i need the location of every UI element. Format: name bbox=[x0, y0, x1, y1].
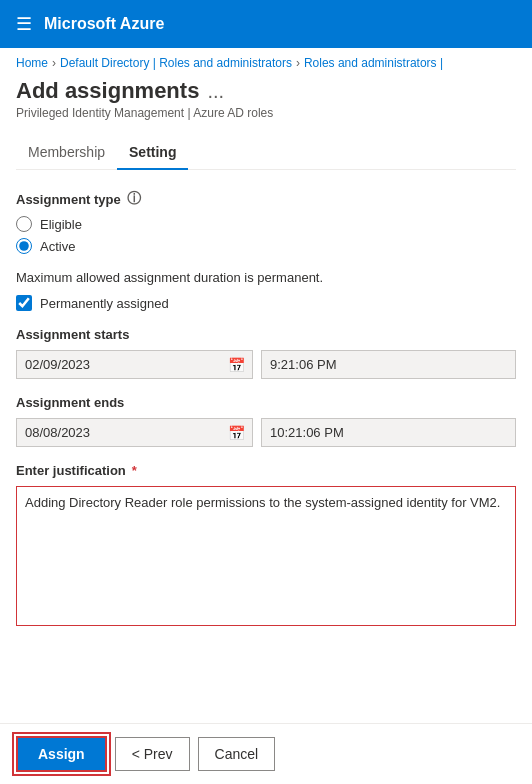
info-message: Maximum allowed assignment duration is p… bbox=[16, 270, 516, 285]
tab-membership[interactable]: Membership bbox=[16, 136, 117, 170]
hamburger-icon[interactable]: ☰ bbox=[16, 13, 32, 35]
end-time-input[interactable] bbox=[261, 418, 516, 447]
assignment-type-label: Assignment type ⓘ bbox=[16, 190, 516, 208]
assignment-starts-label: Assignment starts bbox=[16, 327, 516, 342]
assignment-type-radio-group: Eligible Active bbox=[16, 216, 516, 254]
breadcrumb-default-directory[interactable]: Default Directory | Roles and administra… bbox=[60, 56, 292, 70]
radio-eligible-input[interactable] bbox=[16, 216, 32, 232]
page-subtitle: Privileged Identity Management | Azure A… bbox=[16, 106, 516, 120]
breadcrumb-sep-2: › bbox=[296, 56, 300, 70]
radio-active-input[interactable] bbox=[16, 238, 32, 254]
justification-label: Enter justification * bbox=[16, 463, 516, 478]
justification-section: Enter justification * bbox=[16, 463, 516, 629]
start-date-wrapper: 📅 bbox=[16, 350, 253, 379]
permanently-assigned-checkbox[interactable]: Permanently assigned bbox=[16, 295, 516, 311]
breadcrumb-sep-1: › bbox=[52, 56, 56, 70]
assignment-ends-section: Assignment ends 📅 bbox=[16, 395, 516, 447]
permanently-assigned-input[interactable] bbox=[16, 295, 32, 311]
justification-textarea[interactable] bbox=[16, 486, 516, 626]
tab-bar: Membership Setting bbox=[16, 136, 516, 170]
breadcrumb-home[interactable]: Home bbox=[16, 56, 48, 70]
breadcrumb: Home › Default Directory | Roles and adm… bbox=[0, 48, 532, 78]
breadcrumb-roles-admins: Roles and administrators | bbox=[304, 56, 443, 70]
end-date-input[interactable] bbox=[16, 418, 253, 447]
tab-setting[interactable]: Setting bbox=[117, 136, 188, 170]
radio-eligible[interactable]: Eligible bbox=[16, 216, 516, 232]
assign-button[interactable]: Assign bbox=[16, 736, 107, 772]
page-header: Add assignments ... bbox=[16, 78, 516, 104]
assignment-starts-section: Assignment starts 📅 bbox=[16, 327, 516, 379]
footer: Assign < Prev Cancel bbox=[0, 723, 532, 784]
assignment-type-info-icon[interactable]: ⓘ bbox=[127, 190, 141, 208]
end-date-wrapper: 📅 bbox=[16, 418, 253, 447]
assignment-ends-label: Assignment ends bbox=[16, 395, 516, 410]
page-title: Add assignments bbox=[16, 78, 199, 104]
assignment-starts-row: 📅 bbox=[16, 350, 516, 379]
justification-required-star: * bbox=[132, 463, 137, 478]
assignment-type-section: Assignment type ⓘ Eligible Active bbox=[16, 190, 516, 254]
app-title: Microsoft Azure bbox=[44, 15, 164, 33]
permanently-assigned-label: Permanently assigned bbox=[40, 296, 169, 311]
cancel-button[interactable]: Cancel bbox=[198, 737, 276, 771]
prev-button[interactable]: < Prev bbox=[115, 737, 190, 771]
start-date-calendar-icon[interactable]: 📅 bbox=[228, 357, 245, 373]
permanent-section: Maximum allowed assignment duration is p… bbox=[16, 270, 516, 311]
radio-active-label: Active bbox=[40, 239, 75, 254]
end-date-calendar-icon[interactable]: 📅 bbox=[228, 425, 245, 441]
radio-eligible-label: Eligible bbox=[40, 217, 82, 232]
assignment-ends-row: 📅 bbox=[16, 418, 516, 447]
top-navbar: ☰ Microsoft Azure bbox=[0, 0, 532, 48]
radio-active[interactable]: Active bbox=[16, 238, 516, 254]
page-content: Add assignments ... Privileged Identity … bbox=[0, 78, 532, 661]
more-options-icon[interactable]: ... bbox=[207, 80, 224, 103]
start-time-input[interactable] bbox=[261, 350, 516, 379]
start-date-input[interactable] bbox=[16, 350, 253, 379]
